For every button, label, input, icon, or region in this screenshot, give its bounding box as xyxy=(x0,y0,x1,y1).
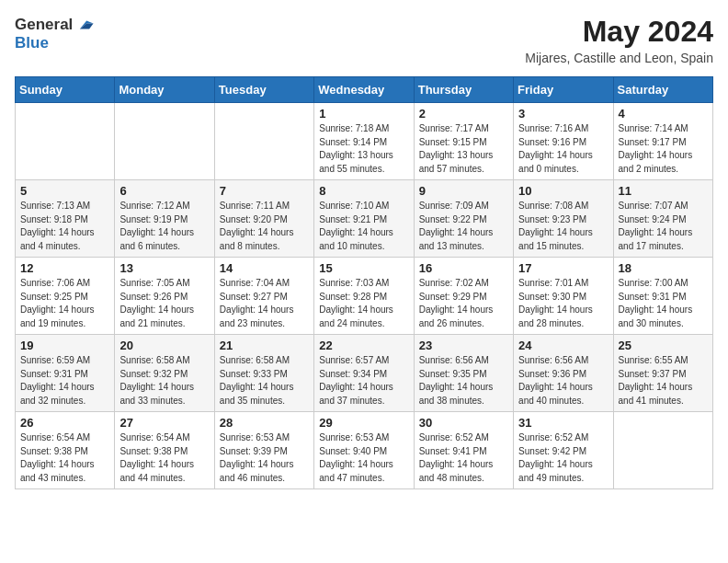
day-sun-info: Sunrise: 7:08 AMSunset: 9:23 PMDaylight:… xyxy=(518,200,608,253)
day-number: 21 xyxy=(220,339,309,352)
calendar-cell: 7Sunrise: 7:11 AMSunset: 9:20 PMDaylight… xyxy=(214,180,313,258)
calendar-cell: 22Sunrise: 6:57 AMSunset: 9:34 PMDayligh… xyxy=(314,335,414,412)
day-number: 11 xyxy=(619,184,708,198)
calendar-cell: 9Sunrise: 7:09 AMSunset: 9:22 PMDaylight… xyxy=(414,180,513,258)
logo: General Blue xyxy=(15,15,95,52)
day-number: 18 xyxy=(619,261,708,275)
calendar-week-row: 1Sunrise: 7:18 AMSunset: 9:14 PMDaylight… xyxy=(16,103,713,180)
calendar-cell: 30Sunrise: 6:52 AMSunset: 9:41 PMDayligh… xyxy=(414,412,513,489)
day-number: 1 xyxy=(319,107,408,121)
weekday-header-monday: Monday xyxy=(115,77,214,103)
day-number: 24 xyxy=(518,339,608,352)
day-sun-info: Sunrise: 6:53 AMSunset: 9:39 PMDaylight:… xyxy=(220,431,309,485)
calendar-cell: 26Sunrise: 6:54 AMSunset: 9:38 PMDayligh… xyxy=(16,412,115,489)
weekday-header-thursday: Thursday xyxy=(414,77,513,103)
day-number: 7 xyxy=(220,184,309,198)
day-sun-info: Sunrise: 7:11 AMSunset: 9:20 PMDaylight:… xyxy=(220,200,309,253)
day-number: 14 xyxy=(220,261,309,275)
day-number: 2 xyxy=(419,107,508,121)
day-number: 30 xyxy=(419,416,508,430)
day-sun-info: Sunrise: 7:03 AMSunset: 9:28 PMDaylight:… xyxy=(319,277,408,330)
day-sun-info: Sunrise: 7:17 AMSunset: 9:15 PMDaylight:… xyxy=(419,122,508,176)
day-number: 17 xyxy=(518,261,608,275)
calendar-cell: 23Sunrise: 6:56 AMSunset: 9:35 PMDayligh… xyxy=(414,335,513,412)
day-sun-info: Sunrise: 6:55 AMSunset: 9:37 PMDaylight:… xyxy=(619,354,708,408)
calendar-cell: 12Sunrise: 7:06 AMSunset: 9:25 PMDayligh… xyxy=(16,258,115,335)
logo-blue: Blue xyxy=(15,34,49,52)
day-sun-info: Sunrise: 6:58 AMSunset: 9:33 PMDaylight:… xyxy=(220,354,309,408)
day-sun-info: Sunrise: 6:53 AMSunset: 9:40 PMDaylight:… xyxy=(319,431,408,485)
day-number: 10 xyxy=(518,184,608,198)
calendar-week-row: 12Sunrise: 7:06 AMSunset: 9:25 PMDayligh… xyxy=(16,258,713,335)
weekday-header-friday: Friday xyxy=(514,77,613,103)
day-sun-info: Sunrise: 6:58 AMSunset: 9:32 PMDaylight:… xyxy=(119,354,209,408)
calendar-table: SundayMondayTuesdayWednesdayThursdayFrid… xyxy=(15,76,713,489)
day-number: 5 xyxy=(20,184,109,198)
day-number: 4 xyxy=(619,107,708,121)
day-sun-info: Sunrise: 7:05 AMSunset: 9:26 PMDaylight:… xyxy=(119,277,209,330)
calendar-cell: 4Sunrise: 7:14 AMSunset: 9:17 PMDaylight… xyxy=(613,103,712,180)
day-sun-info: Sunrise: 7:13 AMSunset: 9:18 PMDaylight:… xyxy=(20,200,109,253)
calendar-cell: 19Sunrise: 6:59 AMSunset: 9:31 PMDayligh… xyxy=(16,335,115,412)
calendar-cell: 14Sunrise: 7:04 AMSunset: 9:27 PMDayligh… xyxy=(214,258,313,335)
logo-general: General xyxy=(15,17,73,34)
day-sun-info: Sunrise: 6:57 AMSunset: 9:34 PMDaylight:… xyxy=(319,354,408,408)
calendar-cell: 25Sunrise: 6:55 AMSunset: 9:37 PMDayligh… xyxy=(613,335,712,412)
day-number: 15 xyxy=(319,261,408,275)
day-sun-info: Sunrise: 6:56 AMSunset: 9:35 PMDaylight:… xyxy=(419,354,508,408)
day-number: 20 xyxy=(119,339,209,352)
calendar-cell: 13Sunrise: 7:05 AMSunset: 9:26 PMDayligh… xyxy=(115,258,214,335)
day-number: 8 xyxy=(319,184,408,198)
day-sun-info: Sunrise: 6:54 AMSunset: 9:38 PMDaylight:… xyxy=(20,431,109,485)
day-sun-info: Sunrise: 7:01 AMSunset: 9:30 PMDaylight:… xyxy=(518,277,608,330)
calendar-cell: 16Sunrise: 7:02 AMSunset: 9:29 PMDayligh… xyxy=(414,258,513,335)
calendar-cell: 18Sunrise: 7:00 AMSunset: 9:31 PMDayligh… xyxy=(613,258,712,335)
day-sun-info: Sunrise: 7:00 AMSunset: 9:31 PMDaylight:… xyxy=(619,277,708,330)
calendar-week-row: 26Sunrise: 6:54 AMSunset: 9:38 PMDayligh… xyxy=(16,412,713,489)
day-number: 9 xyxy=(419,184,508,198)
calendar-cell: 20Sunrise: 6:58 AMSunset: 9:32 PMDayligh… xyxy=(115,335,214,412)
calendar-cell: 8Sunrise: 7:10 AMSunset: 9:21 PMDaylight… xyxy=(314,180,414,258)
day-number: 23 xyxy=(419,339,508,352)
day-sun-info: Sunrise: 7:04 AMSunset: 9:27 PMDaylight:… xyxy=(220,277,309,330)
day-sun-info: Sunrise: 7:06 AMSunset: 9:25 PMDaylight:… xyxy=(20,277,109,330)
day-number: 25 xyxy=(619,339,708,352)
day-number: 31 xyxy=(518,416,608,430)
location-subtitle: Mijares, Castille and Leon, Spain xyxy=(525,51,713,65)
calendar-cell: 2Sunrise: 7:17 AMSunset: 9:15 PMDaylight… xyxy=(414,103,513,180)
day-sun-info: Sunrise: 6:52 AMSunset: 9:42 PMDaylight:… xyxy=(518,431,608,485)
page-header: General Blue May 2024 Mijares, Castille … xyxy=(15,15,713,65)
day-number: 29 xyxy=(319,416,408,430)
logo-bird-icon xyxy=(74,15,95,35)
calendar-cell: 31Sunrise: 6:52 AMSunset: 9:42 PMDayligh… xyxy=(514,412,613,489)
weekday-header-tuesday: Tuesday xyxy=(214,77,313,103)
day-number: 19 xyxy=(20,339,109,352)
calendar-cell xyxy=(613,412,712,489)
day-sun-info: Sunrise: 7:12 AMSunset: 9:19 PMDaylight:… xyxy=(119,200,209,253)
calendar-cell: 10Sunrise: 7:08 AMSunset: 9:23 PMDayligh… xyxy=(514,180,613,258)
calendar-cell: 3Sunrise: 7:16 AMSunset: 9:16 PMDaylight… xyxy=(514,103,613,180)
day-number: 27 xyxy=(119,416,209,430)
calendar-cell: 15Sunrise: 7:03 AMSunset: 9:28 PMDayligh… xyxy=(314,258,414,335)
day-sun-info: Sunrise: 7:10 AMSunset: 9:21 PMDaylight:… xyxy=(319,200,408,253)
day-sun-info: Sunrise: 7:02 AMSunset: 9:29 PMDaylight:… xyxy=(419,277,508,330)
day-sun-info: Sunrise: 7:07 AMSunset: 9:24 PMDaylight:… xyxy=(619,200,708,253)
day-sun-info: Sunrise: 6:59 AMSunset: 9:31 PMDaylight:… xyxy=(20,354,109,408)
weekday-header-row: SundayMondayTuesdayWednesdayThursdayFrid… xyxy=(16,77,713,103)
calendar-cell: 11Sunrise: 7:07 AMSunset: 9:24 PMDayligh… xyxy=(613,180,712,258)
calendar-cell: 29Sunrise: 6:53 AMSunset: 9:40 PMDayligh… xyxy=(314,412,414,489)
weekday-header-wednesday: Wednesday xyxy=(314,77,414,103)
calendar-cell: 17Sunrise: 7:01 AMSunset: 9:30 PMDayligh… xyxy=(514,258,613,335)
weekday-header-sunday: Sunday xyxy=(16,77,115,103)
day-sun-info: Sunrise: 7:16 AMSunset: 9:16 PMDaylight:… xyxy=(518,122,608,176)
calendar-cell: 27Sunrise: 6:54 AMSunset: 9:38 PMDayligh… xyxy=(115,412,214,489)
day-sun-info: Sunrise: 6:56 AMSunset: 9:36 PMDaylight:… xyxy=(518,354,608,408)
day-number: 3 xyxy=(518,107,608,121)
day-number: 12 xyxy=(20,261,109,275)
calendar-cell xyxy=(115,103,214,180)
day-number: 6 xyxy=(119,184,209,198)
calendar-cell: 24Sunrise: 6:56 AMSunset: 9:36 PMDayligh… xyxy=(514,335,613,412)
title-block: May 2024 Mijares, Castille and Leon, Spa… xyxy=(525,15,713,65)
day-sun-info: Sunrise: 7:18 AMSunset: 9:14 PMDaylight:… xyxy=(319,122,408,176)
calendar-cell: 5Sunrise: 7:13 AMSunset: 9:18 PMDaylight… xyxy=(16,180,115,258)
